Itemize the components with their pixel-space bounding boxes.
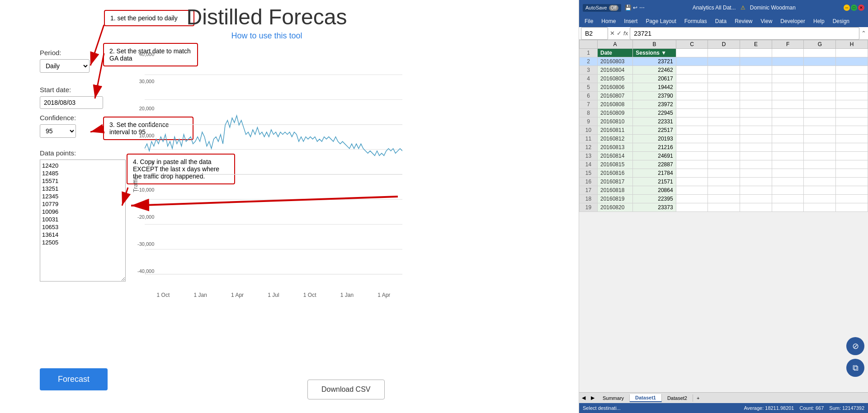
sheet-tab-summary[interactable]: Summary [597,394,630,402]
formula-input[interactable] [630,27,859,40]
col-label-7 [804,49,836,57]
sheet-nav-right[interactable]: ▶ [588,394,597,402]
forecast-button[interactable]: Forecast [40,368,108,390]
col-header-H: H [836,40,868,49]
ribbon-tab-data[interactable]: Data [712,16,730,26]
col-header-C: C [676,40,708,49]
main-chart-area: Distilled Forecas How to use this tool T… [131,0,402,325]
table-row: 52016080619442 [580,83,868,92]
excel-formulabar: ✕ ✓ fx ⌃ [579,27,868,40]
excel-grid-wrap[interactable]: ABCDEFGH1DateSessions ▼22016080323721320… [579,40,868,392]
col-label-1: Date [598,49,633,57]
list-item: 12485 [42,169,123,177]
formula-fx-icon[interactable]: fx [623,30,628,37]
startdate-group: Start date: [40,86,103,109]
ribbon-tab-review[interactable]: Review [731,16,756,26]
table-row: 132016081424691 [580,152,868,160]
col-label-3 [676,49,708,57]
datapoints-list[interactable]: 1242012485155711325112345107791009610031… [40,160,126,282]
confidence-group: Confidence: 95 90 99 [40,114,76,138]
sheet-nav-left[interactable]: ◀ [579,394,588,402]
table-row: 102016081122517 [580,126,868,135]
chart-x-labels: 1 Oct1 Jan1 Apr1 Jul1 Oct1 Jan1 Apr [145,292,402,298]
table-row: 112016081220193 [580,135,868,143]
statusbar-count: Count: 667 [800,405,824,411]
period-select[interactable]: Daily Weekly Monthly [40,59,90,73]
col-label-4 [708,49,740,57]
col-header-D: D [708,40,740,49]
ribbon-tab-developer[interactable]: Developer [777,16,809,26]
datapoints-group: Data points: 124201248515571132511234510… [40,149,126,282]
list-item: 12505 [42,239,123,246]
col-header-row [580,40,598,49]
table-row: 92016081022331 [580,117,868,126]
col-label-5 [740,49,772,57]
ribbon-tab-design[interactable]: Design [829,16,853,26]
x-axis-label: 1 Oct [157,292,170,298]
window-controls: ─ □ ✕ [844,5,864,11]
excel-sheet-tabs: ◀ ▶ SummaryDataset1Dataset2+ [579,392,868,403]
sheet-tab-dataset1[interactable]: Dataset1 [630,394,662,402]
chart-svg [145,50,402,276]
formula-confirm-icon[interactable]: ✓ [617,30,622,37]
col-label-0: 1 [580,49,598,57]
download-csv-button[interactable]: Download CSV [307,380,385,399]
col-header-F: F [772,40,804,49]
col-header-B: B [633,40,676,49]
formula-expand-icon[interactable]: ⌃ [861,30,866,37]
ribbon-tab-formulas[interactable]: Formulas [681,16,711,26]
table-row: 82016080922945 [580,109,868,117]
excel-panel: AutoSave Off 💾 ↩ ⋯ Analytics All Dat... … [579,0,868,413]
table-row: 142016081522887 [580,160,868,169]
formula-cancel-icon[interactable]: ✕ [610,30,615,37]
floating-action-btns: ⊘ ⧉ [846,337,864,377]
confidence-select[interactable]: 95 90 99 [40,124,76,138]
ribbon-tab-help[interactable]: Help [810,16,828,26]
list-item: 12345 [42,192,123,200]
startdate-input[interactable] [40,96,103,109]
x-axis-label: 1 Apr [231,292,244,298]
col-header-E: E [740,40,772,49]
excel-titlebar: AutoSave Off 💾 ↩ ⋯ Analytics All Dat... … [579,0,868,15]
table-row: 22016080323721 [580,57,868,66]
table-row: 62016080723790 [580,92,868,100]
x-axis-label: 1 Apr [377,292,390,298]
table-row: 172016081820864 [580,186,868,195]
list-item: 10096 [42,208,123,216]
cancel-action-button[interactable]: ⊘ [846,337,864,355]
page-title: Distilled Forecas [131,5,402,29]
datapoints-label: Data points: [40,149,126,157]
confidence-label: Confidence: [40,114,76,122]
list-item: 12420 [42,162,123,169]
autosave-label: AutoSave Off [583,4,621,12]
ribbon-tab-home[interactable]: Home [598,16,619,26]
close-button[interactable]: ✕ [858,5,864,11]
list-item: 13614 [42,231,123,239]
statusbar-status: Select destinati... [583,405,621,411]
col-label-8 [836,49,868,57]
chart-svg-wrap [145,50,402,276]
period-label: Period: [40,49,90,56]
ribbon-tab-page layout[interactable]: Page Layout [642,16,679,26]
x-axis-label: 1 Oct [303,292,316,298]
list-item: 15571 [42,177,123,185]
minimize-button[interactable]: ─ [844,5,850,11]
how-to-link[interactable]: How to use this tool [131,31,402,41]
excel-grid: ABCDEFGH1DateSessions ▼22016080323721320… [579,40,868,212]
col-header-G: G [804,40,836,49]
table-row: 72016080823972 [580,100,868,109]
ribbon-tab-insert[interactable]: Insert [620,16,641,26]
copy-action-button[interactable]: ⧉ [846,359,864,377]
sheet-tab-dataset2[interactable]: Dataset2 [662,394,693,402]
ribbon-tab-file[interactable]: File [581,16,597,26]
table-row: 32016080422462 [580,66,868,75]
ribbon-tab-view[interactable]: View [757,16,776,26]
table-row: 122016081321216 [580,143,868,152]
list-item: 10031 [42,216,123,223]
maximize-button[interactable]: □ [851,5,857,11]
cell-ref-input[interactable] [581,27,608,40]
period-group: Period: Daily Weekly Monthly [40,49,90,73]
add-sheet-button[interactable]: + [693,394,703,402]
list-item: 13251 [42,185,123,192]
statusbar-average: Average: 18211.98201 [744,405,794,411]
